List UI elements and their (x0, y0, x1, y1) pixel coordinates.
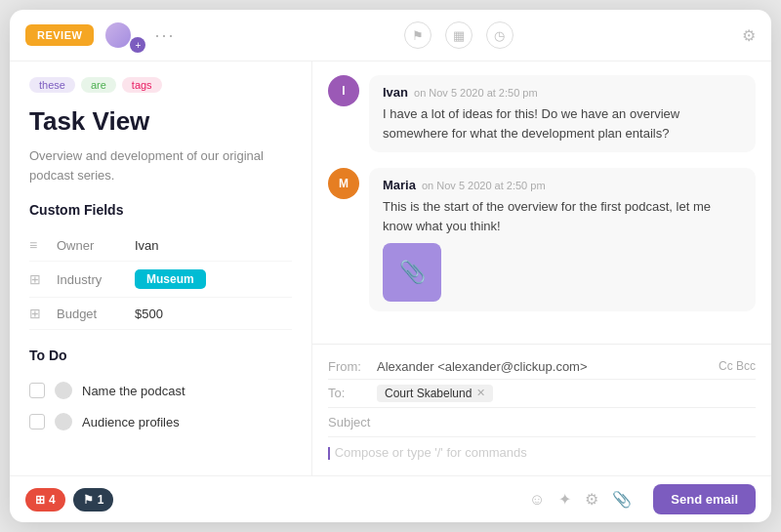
tag-these[interactable]: these (29, 77, 75, 93)
budget-value: $500 (135, 307, 163, 321)
emoji-icon[interactable]: ☺ (529, 491, 545, 509)
tag-are[interactable]: are (81, 77, 116, 93)
email-from-row: From: Alexander <alexander@clickup.com> … (328, 354, 756, 380)
custom-fields-title: Custom Fields (29, 202, 292, 218)
remove-recipient-button[interactable]: ✕ (476, 387, 485, 399)
main-content: these are tags Task View Overview and de… (10, 61, 771, 475)
field-row-owner: ≡ Owner Ivan (29, 229, 292, 262)
comment-avatar-maria: M (328, 168, 359, 199)
todo-section: To Do Name the podcast Audience profiles (29, 348, 292, 437)
comment-text-ivan: I have a lot of ideas for this! Do we ha… (383, 104, 742, 143)
dark-badge-icon: ⚑ (83, 493, 94, 507)
todo-title: To Do (29, 348, 292, 363)
comment-header-ivan: Ivan on Nov 5 2020 at 2:50 pm (383, 85, 742, 100)
recipient-chip[interactable]: Court Skabelund ✕ (377, 385, 493, 402)
email-compose: From: Alexander <alexander@clickup.com> … (312, 344, 771, 475)
dark-badge-count: 1 (98, 493, 104, 507)
compose-placeholder: Compose or type '/' for commands (335, 445, 527, 460)
more-options-button[interactable]: ··· (154, 25, 175, 46)
comment-time-maria: on Nov 5 2020 at 2:50 pm (422, 180, 546, 191)
comment-bubble-ivan: Ivan on Nov 5 2020 at 2:50 pm I have a l… (369, 75, 756, 152)
comment-ivan: I Ivan on Nov 5 2020 at 2:50 pm I have a… (328, 75, 756, 152)
red-badge-count: 4 (49, 493, 56, 507)
send-email-button[interactable]: Send email (653, 484, 756, 514)
header: REVIEW + ··· ⚑ ▦ ◷ ⚙ (10, 10, 771, 61)
comments-area: I Ivan on Nov 5 2020 at 2:50 pm I have a… (312, 61, 771, 344)
comment-text-maria: This is the start of the overview for th… (383, 197, 742, 235)
industry-badge[interactable]: Museum (135, 269, 206, 289)
email-to-row: To: Court Skabelund ✕ (328, 380, 756, 408)
avatar-group: + (103, 20, 141, 51)
settings-toolbar-icon[interactable]: ⚙ (585, 490, 598, 509)
todo-item-1: Name the podcast (29, 375, 292, 406)
custom-fields-list: ≡ Owner Ivan ⊞ Industry Museum ⊞ Budget … (29, 229, 292, 330)
attachment-icon: 📎 (399, 260, 426, 285)
field-row-industry: ⊞ Industry Museum (29, 262, 292, 298)
comment-time-ivan: on Nov 5 2020 at 2:50 pm (414, 87, 538, 99)
budget-field-icon: ⊞ (29, 306, 47, 321)
from-label: From: (328, 359, 369, 374)
footer-badges: ⊞ 4 ⚑ 1 (25, 488, 113, 512)
mention-icon[interactable]: ✦ (558, 490, 571, 509)
from-value: Alexander <alexander@clickup.com> (377, 359, 711, 374)
task-title: Task View (29, 106, 292, 137)
todo-item-2: Audience profiles (29, 406, 292, 437)
todo-avatar-1 (55, 382, 72, 399)
add-avatar-button[interactable]: + (130, 37, 145, 53)
comment-avatar-ivan: I (328, 75, 359, 106)
todo-avatar-2 (55, 413, 72, 430)
owner-label: Owner (57, 238, 125, 253)
recipient-name: Court Skabelund (385, 387, 472, 400)
left-panel: these are tags Task View Overview and de… (10, 61, 312, 475)
comment-maria: M Maria on Nov 5 2020 at 2:50 pm This is… (328, 168, 756, 311)
red-badge-icon: ⊞ (35, 493, 45, 507)
comment-author-maria: Maria (383, 178, 416, 192)
tags-row: these are tags (29, 77, 292, 93)
comment-header-maria: Maria on Nov 5 2020 at 2:50 pm (383, 178, 742, 192)
subject-placeholder: Subject (328, 415, 370, 430)
dark-badge[interactable]: ⚑ 1 (73, 488, 114, 512)
todo-text-2: Audience profiles (82, 415, 180, 430)
flag-icon[interactable]: ⚑ (404, 21, 432, 49)
budget-label: Budget (57, 307, 125, 321)
owner-value: Ivan (135, 238, 159, 253)
comment-author-ivan: Ivan (383, 85, 408, 100)
industry-label: Industry (57, 272, 125, 287)
comment-bubble-maria: Maria on Nov 5 2020 at 2:50 pm This is t… (369, 168, 756, 311)
todo-text-1: Name the podcast (82, 384, 185, 398)
compose-toolbar: ☺ ✦ ⚙ 📎 (529, 490, 632, 509)
todo-checkbox-2[interactable] (29, 414, 45, 430)
red-badge[interactable]: ⊞ 4 (25, 488, 65, 512)
compose-cursor (328, 447, 330, 460)
settings-icon[interactable]: ⚙ (742, 26, 756, 45)
attachment-box[interactable]: 📎 (383, 243, 441, 302)
attachment-toolbar-icon[interactable]: 📎 (612, 490, 632, 509)
clock-icon[interactable]: ◷ (486, 21, 514, 49)
industry-field-icon: ⊞ (29, 271, 47, 287)
cc-bcc-button[interactable]: Cc Bcc (719, 359, 756, 373)
subject-row[interactable]: Subject (328, 408, 756, 437)
review-badge[interactable]: REVIEW (25, 24, 94, 46)
task-description: Overview and development of our original… (29, 146, 292, 184)
compose-row[interactable]: Compose or type '/' for commands (328, 437, 756, 468)
avatar (103, 20, 133, 50)
footer: ⊞ 4 ⚑ 1 ☺ ✦ ⚙ 📎 Send email (10, 475, 771, 522)
calendar-icon[interactable]: ▦ (445, 21, 473, 49)
todo-checkbox-1[interactable] (29, 383, 45, 398)
field-row-budget: ⊞ Budget $500 (29, 298, 292, 330)
right-panel: I Ivan on Nov 5 2020 at 2:50 pm I have a… (312, 61, 771, 475)
tag-tags[interactable]: tags (122, 77, 162, 93)
to-label: To: (328, 386, 369, 400)
owner-field-icon: ≡ (29, 237, 47, 253)
header-icons: ⚑ ▦ ◷ (404, 21, 514, 49)
